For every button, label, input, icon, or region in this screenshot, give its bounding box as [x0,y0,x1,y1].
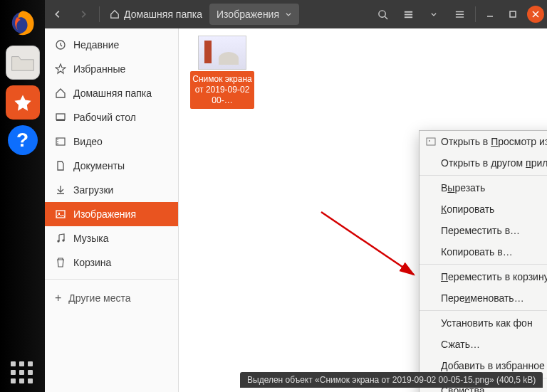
svg-rect-14 [56,114,65,120]
titlebar: Домашняя папка Изображения [45,0,547,28]
file-item[interactable]: Снимок экрана от 2019-09-02 00-… [190,36,254,109]
menu-copy[interactable]: КопироватьCtrl+C [420,198,547,220]
sidebar-recent[interactable]: Недавние [45,33,178,57]
svg-rect-8 [455,16,463,17]
svg-rect-25 [427,138,435,145]
file-label: Снимок экрана от 2019-09-02 00-… [190,71,254,109]
dock-files[interactable] [6,46,40,80]
sidebar-music[interactable]: Музыка [45,226,178,250]
svg-rect-4 [404,14,412,15]
dock-help[interactable]: ? [8,125,38,155]
menu-open-default[interactable]: Открыть в Просмотр изображенийReturn [420,131,547,152]
context-menu: Открыть в Просмотр изображенийReturn Отк… [419,130,547,392]
menu-cut[interactable]: ВырезатьCtrl+X [420,177,547,198]
sidebar-trash[interactable]: Корзина [45,250,178,275]
sidebar-videos[interactable]: Видео [45,129,178,154]
dock-software-center[interactable] [6,85,40,120]
svg-rect-7 [455,14,463,14]
svg-rect-6 [455,11,463,11]
annotation-arrow [314,205,421,283]
svg-rect-20 [56,211,65,218]
svg-point-19 [57,143,58,144]
svg-line-2 [385,16,387,19]
sidebar-pictures[interactable]: Изображения [45,202,178,226]
sidebar-downloads[interactable]: Загрузки [45,178,178,202]
svg-rect-5 [404,16,412,18]
path-current[interactable]: Изображения [209,4,299,25]
file-manager-window: Домашняя папка Изображения Недавние Избр… [45,0,547,392]
svg-point-17 [57,139,58,140]
svg-line-24 [321,212,414,275]
statusbar: Выделен объект «Снимок экрана от 2019-09… [240,372,543,388]
svg-point-23 [62,239,64,241]
menu-compress[interactable]: Сжать… [420,334,547,355]
svg-rect-10 [510,11,516,17]
dock: ? [0,0,45,392]
hamburger-menu[interactable] [447,4,472,25]
sidebar-home[interactable]: Домашняя папка [45,81,178,105]
sidebar-starred[interactable]: Избранные [45,57,178,81]
menu-rename[interactable]: Переименовать…F2 [420,287,547,309]
svg-point-18 [57,141,58,142]
view-dropdown[interactable] [422,4,446,25]
dock-firefox[interactable] [6,6,40,40]
file-thumbnail [198,36,246,70]
menu-trash[interactable]: Переместить в корзинуDelete [420,266,547,287]
search-button[interactable] [370,4,395,25]
svg-point-1 [378,10,385,16]
sidebar-desktop[interactable]: Рабочий стол [45,105,178,129]
minimize-button[interactable] [481,6,499,23]
sidebar-documents[interactable]: Документы [45,154,178,178]
path-home[interactable]: Домашняя папка [103,4,209,25]
svg-point-22 [57,240,59,242]
maximize-button[interactable] [504,6,521,23]
forward-button[interactable] [71,4,95,25]
menu-move-to[interactable]: Переместить в… [420,220,547,241]
svg-rect-3 [404,11,412,12]
svg-rect-15 [56,120,65,121]
back-button[interactable] [46,4,70,25]
menu-copy-to[interactable]: Копировать в… [420,241,547,263]
view-list-button[interactable] [396,4,420,25]
menu-open-with[interactable]: Открыть в другом приложении [420,152,547,174]
content-area[interactable]: Снимок экрана от 2019-09-02 00-… Открыть… [179,28,547,392]
sidebar: Недавние Избранные Домашняя папка Рабочи… [45,28,179,392]
sidebar-other-locations[interactable]: +Другие места [45,284,178,312]
menu-set-wallpaper[interactable]: Установить как фон [420,312,547,334]
svg-point-26 [429,140,430,142]
close-button[interactable] [527,6,544,23]
dock-apps-grid[interactable] [11,361,33,383]
